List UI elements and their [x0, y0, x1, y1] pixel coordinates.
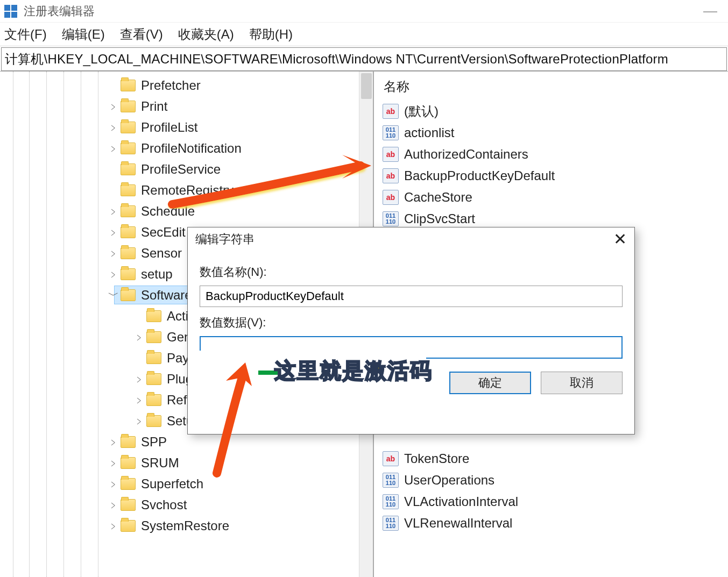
tree-item-label: RemoteRegistry	[141, 183, 234, 198]
expand-icon[interactable]: ﹥	[133, 374, 145, 384]
folder-icon	[121, 205, 136, 217]
tree-item-label: Sensor	[141, 246, 182, 261]
title-bar: 注册表编辑器 —	[0, 0, 728, 23]
expand-icon[interactable]: ﹥	[133, 395, 145, 405]
tree-item-label: SystemRestore	[141, 518, 229, 533]
tree-item-print[interactable]: ﹥Print	[0, 96, 373, 117]
tree-item-label: setup	[141, 267, 173, 282]
folder-icon	[121, 499, 136, 511]
dialog-titlebar: 编辑字符串 ✕	[188, 227, 634, 251]
folder-icon	[121, 80, 136, 91]
expand-icon[interactable]: ﹥	[108, 122, 119, 133]
dialog-close-button[interactable]: ✕	[613, 231, 627, 247]
menu-edit[interactable]: 编辑(E)	[62, 26, 105, 43]
menu-favorites[interactable]: 收藏夹(A)	[178, 26, 234, 43]
tree-item-label: SecEdit	[141, 225, 186, 240]
tree-item-schedule[interactable]: ﹥Schedule	[0, 201, 373, 222]
binary-value-icon: 011110	[383, 516, 399, 531]
expand-icon[interactable]: ﹀	[108, 290, 119, 301]
value-name: UserOperations	[404, 473, 494, 488]
value-row[interactable]: 011110UserOperations	[380, 469, 728, 491]
folder-icon	[121, 457, 136, 469]
folder-icon	[121, 143, 136, 154]
value-name: actionlist	[404, 125, 454, 140]
tree-item-remoteregistry[interactable]: RemoteRegistry	[0, 180, 373, 201]
value-name: BackupProductKeyDefault	[404, 168, 555, 183]
annotation-text: 这里就是激活码	[274, 356, 433, 386]
folder-icon	[146, 394, 161, 406]
string-value-icon: ab	[383, 451, 399, 466]
tree-item-profilenotification[interactable]: ﹥ProfileNotification	[0, 138, 373, 159]
value-name: TokenStore	[404, 451, 469, 466]
column-header-name[interactable]: 名称	[380, 76, 728, 101]
value-name: (默认)	[404, 103, 439, 120]
expand-icon[interactable]: ﹥	[108, 143, 119, 154]
address-bar[interactable]: 计算机\HKEY_LOCAL_MACHINE\SOFTWARE\Microsof…	[1, 47, 727, 71]
tree-item-label: SRUM	[141, 455, 179, 471]
folder-icon	[146, 352, 161, 364]
menu-view[interactable]: 查看(V)	[120, 26, 163, 43]
tree-item-superfetch[interactable]: ﹥Superfetch	[0, 473, 373, 494]
menu-help[interactable]: 帮助(H)	[249, 26, 293, 43]
expand-icon[interactable]: ﹥	[108, 437, 119, 447]
folder-icon	[121, 101, 136, 112]
expand-icon[interactable]: ﹥	[108, 479, 119, 489]
value-row[interactable]: 011110VLActivationInterval	[380, 491, 728, 512]
folder-icon	[121, 436, 136, 448]
tree-item-label: Superfetch	[141, 476, 203, 491]
folder-icon	[146, 310, 161, 322]
tree-item-label: ProfileNotification	[141, 141, 242, 156]
expand-icon[interactable]: ﹥	[108, 521, 119, 531]
folder-icon	[121, 122, 136, 133]
tree-item-profilelist[interactable]: ﹥ProfileList	[0, 117, 373, 138]
menu-file[interactable]: 文件(F)	[4, 26, 47, 43]
folder-icon	[146, 415, 161, 427]
app-icon	[4, 5, 17, 18]
minimize-button[interactable]: —	[697, 3, 724, 19]
value-row[interactable]: abTokenStore	[380, 448, 728, 469]
folder-icon	[121, 520, 136, 532]
expand-icon[interactable]: ﹥	[108, 248, 119, 259]
tree-item-label: Software	[141, 288, 192, 303]
value-name-field[interactable]	[200, 286, 623, 307]
expand-icon[interactable]: ﹥	[108, 206, 119, 217]
tree-item-label: Schedule	[141, 204, 195, 219]
value-row[interactable]: abCacheStore	[380, 187, 728, 208]
tree-item-systemrestore[interactable]: ﹥SystemRestore	[0, 515, 373, 536]
tree-item-svchost[interactable]: ﹥Svchost	[0, 494, 373, 515]
value-row[interactable]: 011110ClipSvcStart	[380, 208, 728, 230]
value-row[interactable]: abBackupProductKeyDefault	[380, 165, 728, 187]
string-value-icon: ab	[383, 104, 399, 119]
string-value-icon: ab	[383, 168, 399, 183]
tree-item-prefetcher[interactable]: Prefetcher	[0, 75, 373, 96]
value-row[interactable]: 011110VLRenewalInterval	[380, 512, 728, 534]
string-value-icon: ab	[383, 147, 399, 162]
expand-icon[interactable]: ﹥	[133, 332, 145, 343]
expand-icon[interactable]: ﹥	[133, 416, 145, 426]
tree-item-profileservice[interactable]: ProfileService	[0, 159, 373, 180]
tree-item-srum[interactable]: ﹥SRUM	[0, 452, 373, 473]
expand-icon[interactable]: ﹥	[108, 101, 119, 112]
ok-button[interactable]: 确定	[449, 372, 531, 394]
value-row[interactable]: abAuthorizedContainers	[380, 144, 728, 165]
binary-value-icon: 011110	[383, 494, 399, 509]
expand-icon[interactable]: ﹥	[108, 458, 119, 468]
expand-icon[interactable]: ﹥	[108, 269, 119, 280]
tree-item-label: ProfileService	[141, 162, 221, 177]
edit-string-dialog: 编辑字符串 ✕ 数值名称(N): 数值数据(V): 确定 取消	[187, 227, 635, 434]
folder-icon	[121, 247, 136, 259]
folder-icon	[121, 268, 136, 280]
string-value-icon: ab	[383, 190, 399, 205]
dialog-title: 编辑字符串	[195, 231, 255, 247]
value-row[interactable]: 011110actionlist	[380, 122, 728, 144]
value-name-label: 数值名称(N):	[200, 264, 623, 280]
value-row[interactable]: ab(默认)	[380, 101, 728, 122]
scroll-thumb[interactable]	[361, 73, 372, 99]
folder-icon	[121, 163, 136, 175]
folder-icon	[121, 226, 136, 238]
folder-icon	[146, 373, 161, 385]
expand-icon[interactable]: ﹥	[108, 227, 119, 238]
value-name: AuthorizedContainers	[404, 147, 528, 162]
cancel-button[interactable]: 取消	[541, 372, 623, 394]
expand-icon[interactable]: ﹥	[108, 500, 119, 510]
